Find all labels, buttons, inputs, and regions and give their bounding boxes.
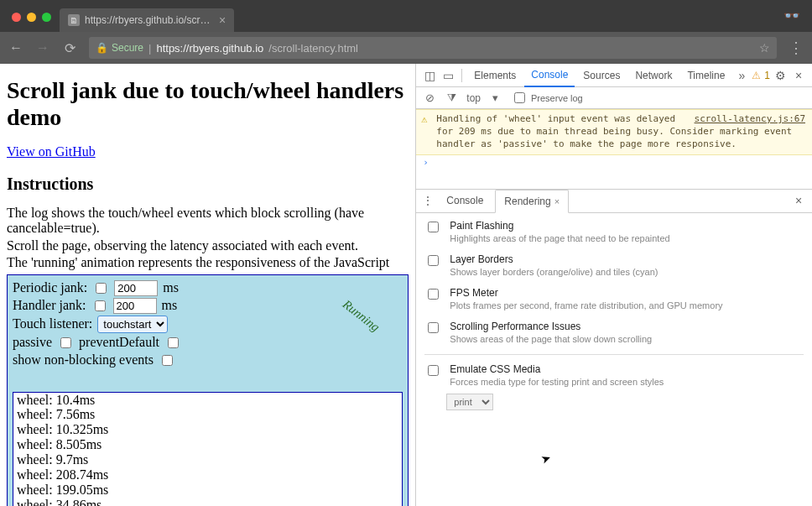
passive-checkbox[interactable]	[60, 337, 71, 348]
rendering-panel: Paint Flashing Highlights areas of the p…	[416, 213, 812, 417]
device-toolbar-icon[interactable]: ▭	[440, 69, 456, 82]
preventdefault-checkbox[interactable]	[168, 337, 179, 348]
log-line: wheel: 10.4ms	[17, 393, 398, 408]
layer-borders-option[interactable]: Layer Borders Shows layer borders (orang…	[424, 253, 804, 277]
passive-label: passive	[13, 335, 52, 350]
tab-network[interactable]: Network	[628, 64, 679, 87]
github-link[interactable]: View on GitHub	[7, 144, 96, 159]
fullscreen-window-button[interactable]	[42, 13, 51, 22]
console-output[interactable]: scroll-latency.js:67 Handling of 'wheel'…	[416, 109, 812, 189]
show-nonblocking-label: show non-blocking events	[13, 352, 154, 368]
devtools-tabbar: ◫ ▭ Elements Console Sources Network Tim…	[416, 64, 812, 87]
context-dropdown-icon[interactable]: ▾	[489, 91, 502, 104]
page-title: Scroll jank due to touch/wheel handlers …	[7, 77, 409, 131]
touch-listener-label: Touch listener:	[13, 316, 92, 331]
filter-icon[interactable]: ⧩	[445, 91, 458, 105]
handler-jank-input[interactable]	[113, 298, 157, 314]
warning-icon: ⚠	[752, 70, 761, 81]
address-bar[interactable]: 🔒 Secure | https://rbyers.github.io/scro…	[89, 37, 777, 59]
forward-button: →	[35, 40, 50, 55]
demo-panel: Periodic jank: ms Handler jank: ms Touch…	[7, 274, 409, 506]
browser-menu-button[interactable]: ⋮	[789, 39, 804, 57]
devtools-close-icon[interactable]: ×	[790, 69, 807, 82]
console-warning-message[interactable]: scroll-latency.js:67 Handling of 'wheel'…	[416, 109, 812, 155]
ms-label-2: ms	[162, 298, 178, 313]
touch-listener-select[interactable]: touchstart	[97, 316, 168, 333]
context-selector[interactable]: top	[466, 92, 481, 104]
tab-title: https://rbyers.github.io/scroll-l	[85, 14, 211, 26]
log-line: wheel: 199.05ms	[17, 483, 398, 498]
tab-timeline[interactable]: Timeline	[680, 64, 731, 87]
incognito-icon: 👓	[783, 8, 800, 23]
console-message-source[interactable]: scroll-latency.js:67	[695, 113, 805, 126]
css-media-select[interactable]: print	[446, 394, 493, 410]
log-line: wheel: 208.74ms	[17, 467, 398, 483]
secure-badge: 🔒 Secure	[96, 42, 143, 54]
preventdefault-label: preventDefault	[79, 335, 159, 350]
drawer-close-icon[interactable]: ×	[790, 194, 807, 207]
log-line: wheel: 7.56ms	[17, 407, 398, 422]
page-favicon-icon: 🗎	[68, 14, 80, 26]
log-line: wheel: 9.7ms	[17, 452, 398, 467]
emulate-css-media-checkbox[interactable]	[428, 365, 439, 376]
window-titlebar: 🗎 https://rbyers.github.io/scroll-l × 👓	[0, 0, 812, 32]
periodic-jank-label: Periodic jank:	[13, 280, 87, 295]
show-nonblocking-checkbox[interactable]	[162, 355, 173, 366]
reload-button[interactable]: ⟳	[62, 40, 77, 56]
instructions-heading: Instructions	[7, 175, 409, 194]
log-line: wheel: 34.86ms	[17, 498, 398, 506]
close-window-button[interactable]	[12, 13, 21, 22]
drawer-tabbar: ⋮ Console Rendering × ×	[416, 190, 812, 213]
url-host: https://rbyers.github.io	[156, 42, 263, 55]
tab-sources[interactable]: Sources	[576, 64, 627, 87]
close-tab-icon[interactable]: ×	[219, 13, 226, 27]
fps-meter-option[interactable]: FPS Meter Plots frames per second, frame…	[424, 287, 804, 310]
drawer-tab-rendering[interactable]: Rendering ×	[495, 190, 569, 213]
fps-meter-checkbox[interactable]	[428, 289, 439, 300]
devtools-panel: ◫ ▭ Elements Console Sources Network Tim…	[415, 64, 812, 506]
console-warning-count[interactable]: ⚠ 1	[752, 70, 770, 81]
periodic-jank-checkbox[interactable]	[96, 283, 107, 294]
inspect-element-icon[interactable]: ◫	[421, 69, 438, 82]
scrolling-perf-checkbox[interactable]	[428, 322, 439, 333]
scrolling-perf-option[interactable]: Scrolling Performance Issues Shows areas…	[424, 321, 804, 344]
emulate-css-media-option[interactable]: Emulate CSS Media Forces media type for …	[424, 354, 804, 387]
preserve-log-checkbox[interactable]	[514, 92, 525, 103]
tab-elements[interactable]: Elements	[467, 64, 523, 87]
instructions-text-2: Scroll the page, observing the latency a…	[7, 238, 409, 253]
handler-jank-label: Handler jank:	[13, 298, 86, 313]
minimize-window-button[interactable]	[27, 13, 36, 22]
back-button[interactable]: ←	[8, 40, 23, 55]
browser-tab[interactable]: 🗎 https://rbyers.github.io/scroll-l ×	[60, 8, 234, 32]
tab-console[interactable]: Console	[524, 64, 575, 87]
instructions-text-3: The 'running' animation represents the r…	[7, 255, 409, 270]
handler-jank-checkbox[interactable]	[95, 300, 106, 311]
paint-flashing-checkbox[interactable]	[428, 222, 439, 232]
periodic-jank-input[interactable]	[114, 280, 158, 296]
preserve-log-option[interactable]: Preserve log	[511, 90, 583, 106]
log-line: wheel: 10.325ms	[17, 422, 398, 437]
page-viewport[interactable]: Scroll jank due to touch/wheel handlers …	[0, 64, 415, 506]
secure-label: Secure	[112, 42, 143, 54]
devtools-settings-icon[interactable]: ⚙	[772, 69, 789, 82]
window-controls	[12, 13, 51, 22]
console-prompt[interactable]: ›	[416, 155, 812, 189]
more-tabs-icon[interactable]: »	[733, 69, 750, 82]
layer-borders-checkbox[interactable]	[428, 255, 439, 266]
ms-label: ms	[163, 280, 179, 295]
bookmark-star-icon[interactable]: ☆	[759, 41, 770, 55]
instructions-text-1: The log shows the touch/wheel events whi…	[7, 206, 409, 237]
clear-console-icon[interactable]: ⊘	[423, 91, 436, 104]
browser-toolbar: ← → ⟳ 🔒 Secure | https://rbyers.github.i…	[0, 32, 812, 64]
close-tab-icon[interactable]: ×	[554, 196, 560, 206]
devtools-drawer: ⋮ Console Rendering × × Paint Flashing H…	[416, 189, 812, 506]
url-path: /scroll-latency.html	[268, 42, 358, 55]
drawer-menu-icon[interactable]: ⋮	[421, 194, 435, 207]
log-line: wheel: 8.505ms	[17, 437, 398, 452]
lock-icon: 🔒	[96, 42, 108, 54]
console-toolbar: ⊘ ⧩ top ▾ Preserve log	[416, 87, 812, 109]
drawer-tab-console[interactable]: Console	[438, 189, 492, 212]
paint-flashing-option[interactable]: Paint Flashing Highlights areas of the p…	[424, 220, 804, 243]
event-log[interactable]: wheel: 10.4ms wheel: 7.56ms wheel: 10.32…	[13, 392, 403, 506]
content-area: Scroll jank due to touch/wheel handlers …	[0, 64, 812, 506]
